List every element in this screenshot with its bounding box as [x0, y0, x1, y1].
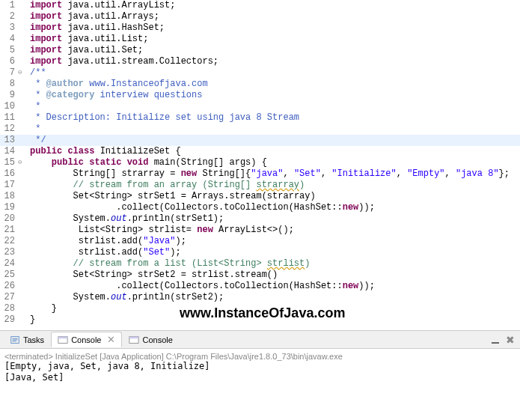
code-text: }: [27, 303, 57, 314]
panel-tabs: Tasks Console ✕ Console ✖: [0, 331, 520, 349]
minimize-button[interactable]: [489, 333, 502, 347]
fold-marker: [18, 0, 27, 11]
code-line[interactable]: 23 strlist.add("Set");: [0, 247, 520, 258]
fold-marker: [18, 124, 27, 135]
fold-marker: [18, 56, 27, 67]
fold-marker: [18, 112, 27, 124]
fold-marker[interactable]: ⊖: [18, 157, 27, 168]
svg-rect-7: [129, 336, 138, 338]
line-number: 25: [0, 270, 18, 281]
fold-marker: [18, 225, 27, 236]
code-line[interactable]: 8 * @author www.Instanceofjava.com: [0, 79, 520, 90]
code-text: /**: [27, 67, 46, 79]
code-text: import java.util.stream.Collectors;: [27, 56, 218, 67]
line-number: 18: [0, 191, 18, 202]
console-output[interactable]: <terminated> InitializeSet [Java Applica…: [0, 349, 520, 386]
code-line[interactable]: 5import java.util.Set;: [0, 45, 520, 56]
fold-marker: [18, 202, 27, 213]
tab-label: Tasks: [23, 335, 44, 344]
tab-label: Console: [142, 335, 172, 344]
code-line[interactable]: 3import java.util.HashSet;: [0, 22, 520, 34]
code-line[interactable]: 12 *: [0, 124, 520, 135]
svg-rect-5: [58, 336, 67, 338]
code-line[interactable]: 25 Set<String> strSet2 = strlist.stream(…: [0, 270, 520, 281]
line-number: 19: [0, 202, 18, 213]
code-line[interactable]: 27 System.out.println(strSet2);: [0, 292, 520, 303]
code-line[interactable]: 29}: [0, 314, 520, 326]
code-text: strlist.add("Java");: [27, 236, 186, 247]
line-number: 5: [0, 45, 18, 56]
code-text: System.out.println(strSet2);: [27, 292, 224, 303]
line-number: 20: [0, 213, 18, 225]
fold-marker: [18, 270, 27, 281]
code-line[interactable]: 15⊖ public static void main(String[] arg…: [0, 157, 520, 168]
code-text: strlist.add("Set");: [27, 247, 181, 258]
fold-marker: [18, 101, 27, 112]
code-line[interactable]: 14public class InitializeSet {: [0, 146, 520, 157]
line-number: 17: [0, 180, 18, 191]
code-line[interactable]: 2import java.util.Arrays;: [0, 11, 520, 22]
line-number: 24: [0, 258, 18, 270]
code-line[interactable]: 24 // stream from a list (List<String> s…: [0, 258, 520, 270]
code-line[interactable]: 17 // stream from an array (String[] str…: [0, 180, 520, 191]
code-line[interactable]: 21 List<String> strlist= new ArrayList<>…: [0, 225, 520, 236]
fold-marker: [18, 247, 27, 258]
fold-marker: [18, 22, 27, 34]
line-number: 4: [0, 34, 18, 45]
fold-marker[interactable]: ⊖: [18, 67, 27, 79]
tab-console-active[interactable]: Console ✕: [51, 332, 122, 347]
fold-marker: [18, 236, 27, 247]
fold-marker: [18, 314, 27, 326]
line-number: 16: [0, 168, 18, 180]
fold-marker: [18, 90, 27, 101]
code-editor[interactable]: 1import java.util.ArrayList;2import java…: [0, 0, 520, 330]
line-number: 7: [0, 67, 18, 79]
line-number: 14: [0, 146, 18, 157]
code-line[interactable]: 28 }: [0, 303, 520, 314]
code-text: // stream from a list (List<String> strl…: [27, 258, 310, 270]
fold-marker: [18, 34, 27, 45]
code-line[interactable]: 13 */: [0, 135, 520, 146]
code-text: .collect(Collectors.toCollection(HashSet…: [27, 281, 375, 292]
fold-marker: [18, 292, 27, 303]
line-number: 26: [0, 281, 18, 292]
tab-console-inactive[interactable]: Console: [122, 332, 179, 347]
fold-marker: [18, 281, 27, 292]
line-number: 2: [0, 11, 18, 22]
code-text: String[] strarray = new String[]{"java",…: [27, 168, 510, 180]
close-panel-button[interactable]: ✖: [504, 333, 517, 347]
code-line[interactable]: 26 .collect(Collectors.toCollection(Hash…: [0, 281, 520, 292]
close-icon[interactable]: ✕: [107, 334, 115, 345]
code-text: * Description: Initialize set using java…: [27, 112, 299, 124]
code-text: import java.util.ArrayList;: [27, 0, 175, 11]
code-text: Set<String> strSet2 = strlist.stream(): [27, 270, 278, 281]
fold-marker: [18, 45, 27, 56]
code-line[interactable]: 9 * @category interview questions: [0, 90, 520, 101]
line-number: 1: [0, 0, 18, 11]
code-line[interactable]: 10 *: [0, 101, 520, 112]
line-number: 3: [0, 22, 18, 34]
fold-marker: [18, 191, 27, 202]
code-text: public static void main(String[] args) {: [27, 157, 267, 168]
code-text: import java.util.Arrays;: [27, 11, 159, 22]
code-line[interactable]: 7⊖/**: [0, 67, 520, 79]
code-text: Set<String> strSet1 = Arrays.stream(stra…: [27, 191, 316, 202]
terminated-line: <terminated> InitializeSet [Java Applica…: [4, 352, 516, 361]
code-line[interactable]: 11 * Description: Initialize set using j…: [0, 112, 520, 124]
fold-marker: [18, 303, 27, 314]
code-line[interactable]: 19 .collect(Collectors.toCollection(Hash…: [0, 202, 520, 213]
code-line[interactable]: 4import java.util.List;: [0, 34, 520, 45]
fold-marker: [18, 168, 27, 180]
code-line[interactable]: 18 Set<String> strSet1 = Arrays.stream(s…: [0, 191, 520, 202]
tab-tasks[interactable]: Tasks: [3, 332, 51, 347]
fold-marker: [18, 213, 27, 225]
code-line[interactable]: 16 String[] strarray = new String[]{"jav…: [0, 168, 520, 180]
code-line[interactable]: 20 System.out.println(strSet1);: [0, 213, 520, 225]
code-line[interactable]: 1import java.util.ArrayList;: [0, 0, 520, 11]
code-line[interactable]: 6import java.util.stream.Collectors;: [0, 56, 520, 67]
code-line[interactable]: 22 strlist.add("Java");: [0, 236, 520, 247]
code-text: * @author www.Instanceofjava.com: [27, 79, 208, 90]
fold-marker: [18, 258, 27, 270]
line-number: 27: [0, 292, 18, 303]
code-text: import java.util.List;: [27, 34, 148, 45]
